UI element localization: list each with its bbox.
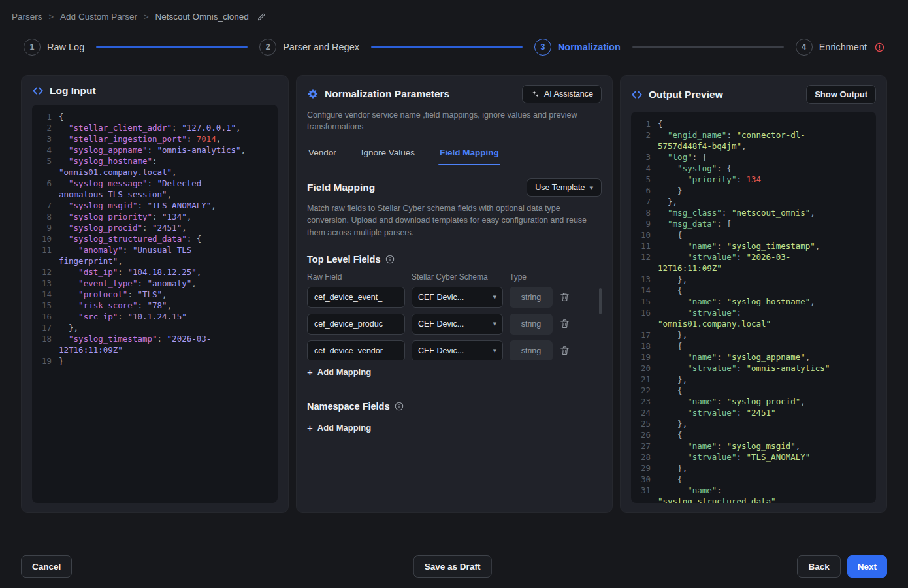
- save-as-draft-button[interactable]: Save as Draft: [413, 555, 492, 578]
- use-template-button[interactable]: Use Template ▾: [527, 178, 602, 197]
- show-output-label: Show Output: [815, 90, 867, 99]
- step-normalization[interactable]: 3 Normalization: [534, 39, 621, 56]
- add-mapping-button[interactable]: + Add Mapping: [307, 367, 602, 378]
- code-line: 11 "name": "syslog_timestamp",: [634, 240, 871, 252]
- code-line: 6 }: [634, 185, 871, 196]
- info-icon[interactable]: [395, 402, 404, 411]
- normalization-title: Normalization Parameters: [325, 88, 449, 100]
- info-icon[interactable]: [385, 255, 395, 264]
- step-1-label: Raw Log: [47, 42, 84, 52]
- tab-ignore-values[interactable]: Ignore Values: [360, 142, 416, 165]
- breadcrumb-parsers[interactable]: Parsers: [12, 12, 42, 22]
- code-line: 1{: [634, 118, 871, 129]
- chevron-down-icon: ▾: [493, 319, 496, 328]
- code-line: 4 "syslog_appname": "omnis-analytics",: [35, 144, 272, 155]
- code-line: 31 "name":: [634, 485, 871, 496]
- main-panels: Log Input 1{2 "stellar_client_addr": "12…: [0, 75, 908, 513]
- plus-icon: +: [307, 367, 313, 378]
- code-line: "omnis01.company.local",: [35, 167, 272, 178]
- code-line: 3 "log": {: [634, 152, 871, 163]
- step-4-label: Enrichment: [819, 42, 867, 52]
- breadcrumb-add-custom-parser[interactable]: Add Custom Parser: [60, 12, 137, 22]
- log-input-editor[interactable]: 1{2 "stellar_client_addr": "127.0.0.1",3…: [32, 105, 278, 503]
- delete-mapping-icon[interactable]: [559, 345, 572, 356]
- code-line: "syslog_structured_data",: [634, 496, 871, 503]
- step-enrichment[interactable]: 4 Enrichment: [796, 39, 884, 56]
- code-brackets-icon: [32, 85, 44, 97]
- code-line: 5 "syslog_hostname":: [35, 155, 272, 167]
- schema-select[interactable]: CEF Devic... ▾: [412, 340, 503, 360]
- step-2-circle: 2: [259, 39, 276, 56]
- output-preview-editor[interactable]: 1{2 "engid_name": "connector-dl-5757d448…: [631, 112, 876, 503]
- chevron-down-icon: ▾: [493, 293, 496, 301]
- column-type: Type: [510, 272, 553, 282]
- code-line: 12 "strvalue": "2026-03-: [634, 252, 871, 263]
- code-line: 12T16:11:09Z": [634, 263, 871, 274]
- raw-field-input[interactable]: [307, 314, 405, 335]
- code-line: 1{: [35, 111, 272, 122]
- schema-select-value: CEF Devic...: [418, 346, 464, 355]
- namespace-add-mapping-button[interactable]: + Add Mapping: [307, 422, 602, 433]
- code-line: 21 },: [634, 374, 871, 385]
- delete-mapping-icon[interactable]: [559, 291, 572, 302]
- code-line: 25 },: [634, 418, 871, 429]
- delete-mapping-icon[interactable]: [559, 318, 572, 329]
- code-line: fingerprint",: [35, 255, 272, 267]
- code-line: 27 "name": "syslog_msgid",: [634, 440, 871, 451]
- field-mapping-header-row: Field Mapping Use Template ▾: [307, 178, 602, 197]
- schema-select-value: CEF Devic...: [418, 293, 464, 302]
- mapping-rows-list: CEF Devic... ▾ string CEF Devic... ▾ str…: [307, 287, 602, 360]
- breadcrumb-separator: >: [49, 12, 54, 22]
- next-button[interactable]: Next: [847, 555, 887, 578]
- type-badge: string: [510, 340, 553, 360]
- code-line: 6 "syslog_message": "Detected: [35, 178, 272, 189]
- code-line: 17 },: [634, 329, 871, 340]
- output-preview-panel: Output Preview Show Output 1{2 "engid_na…: [620, 75, 887, 513]
- plus-icon: +: [307, 422, 313, 433]
- ai-assistance-label: AI Assistance: [544, 90, 593, 99]
- enrichment-warning-icon: [875, 42, 884, 52]
- top-level-fields-heading: Top Level Fields: [307, 254, 602, 265]
- code-line: 22 {: [634, 385, 871, 396]
- wizard-stepper: 1 Raw Log 2 Parser and Regex 3 Normaliza…: [0, 39, 908, 56]
- log-input-header: Log Input: [32, 85, 278, 97]
- schema-select-value: CEF Devic...: [418, 319, 464, 329]
- field-mapping-description: Match raw fields to Stellar Cyber schema…: [307, 203, 602, 238]
- mapping-scrollbar[interactable]: [599, 288, 602, 314]
- schema-select[interactable]: CEF Devic... ▾: [412, 287, 503, 308]
- step-parser-and-regex[interactable]: 2 Parser and Regex: [259, 39, 359, 56]
- code-line: 7 "syslog_msgid": "TLS_ANOMALY",: [35, 200, 272, 211]
- step-1-circle: 1: [24, 39, 41, 56]
- code-line: 14 {: [634, 285, 871, 296]
- sparkle-icon: [530, 90, 540, 99]
- code-line: 13 "event_type": "anomaly",: [35, 278, 272, 289]
- output-preview-header: Output Preview Show Output: [631, 85, 876, 104]
- code-line: 24 "strvalue": "2451": [634, 407, 871, 418]
- cancel-button[interactable]: Cancel: [21, 555, 72, 578]
- normalization-panel: Normalization Parameters AI Assistance C…: [296, 75, 613, 513]
- step-raw-log[interactable]: 1 Raw Log: [24, 39, 84, 56]
- schema-select[interactable]: CEF Devic... ▾: [412, 314, 503, 335]
- tab-field-mapping[interactable]: Field Mapping: [438, 142, 500, 165]
- code-line: 2 "stellar_client_addr": "127.0.0.1",: [35, 122, 272, 133]
- output-preview-title: Output Preview: [649, 89, 723, 101]
- wizard-footer: Cancel Save as Draft Back Next: [0, 545, 908, 588]
- show-output-button[interactable]: Show Output: [806, 85, 876, 104]
- gear-icon: [307, 88, 319, 100]
- breadcrumb: Parsers > Add Custom Parser > Netscout O…: [0, 0, 908, 22]
- code-line: 19}: [35, 355, 272, 367]
- code-line: 29 },: [634, 463, 871, 474]
- code-line: 3 "stellar_ingestion_port": 7014,: [35, 133, 272, 144]
- edit-pencil-icon[interactable]: [257, 12, 266, 22]
- code-line: 10 "syslog_structured_data": {: [35, 233, 272, 244]
- code-line: 17 },: [35, 322, 272, 333]
- ai-assistance-button[interactable]: AI Assistance: [522, 85, 602, 103]
- normalization-subtitle: Configure vendor service name ,field map…: [307, 109, 602, 133]
- back-button[interactable]: Back: [797, 555, 840, 578]
- raw-field-input[interactable]: [307, 340, 405, 360]
- tab-vendor[interactable]: Vendor: [307, 142, 338, 165]
- chevron-down-icon: ▾: [589, 184, 593, 192]
- code-line: 26 {: [634, 429, 871, 440]
- log-input-panel: Log Input 1{2 "stellar_client_addr": "12…: [21, 75, 289, 513]
- raw-field-input[interactable]: [307, 287, 405, 308]
